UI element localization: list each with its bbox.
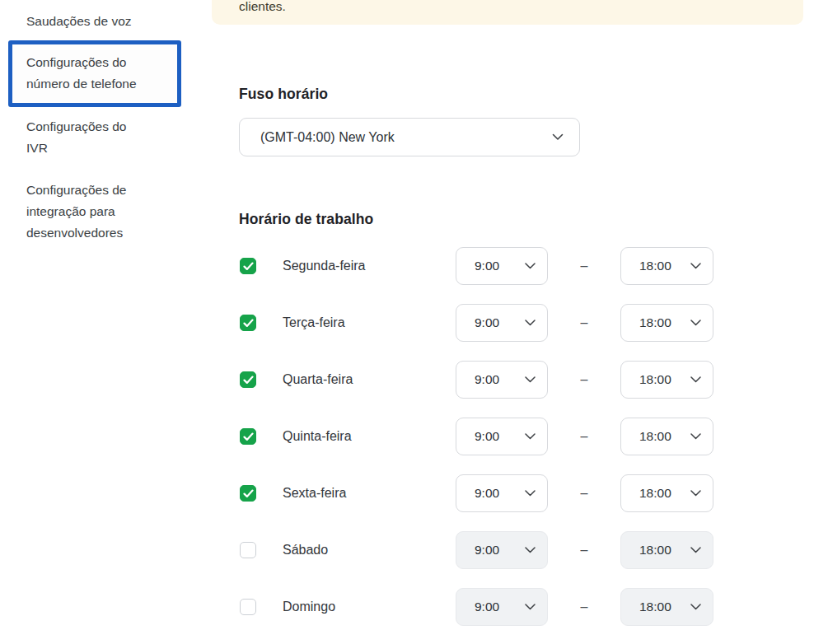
working-hours-row-friday: Sexta-feira 9:00 – 18:00 (240, 474, 734, 512)
wednesday-start-time-select[interactable]: 9:00 (456, 361, 548, 399)
time-range-separator: – (569, 304, 599, 342)
chevron-down-icon (690, 547, 701, 553)
start-time-value: 9:00 (475, 315, 499, 330)
sidebar-item-phone-number-settings-selected[interactable]: Configurações do número de telefone (8, 40, 181, 107)
working-hours-heading: Horário de trabalho (239, 211, 373, 228)
timezone-select[interactable]: (GMT-04:00) New York (239, 118, 580, 156)
end-time-value: 18:00 (639, 372, 671, 387)
chevron-down-icon (525, 490, 536, 497)
day-label: Sábado (283, 531, 328, 569)
tuesday-checkbox[interactable] (240, 315, 256, 331)
day-label: Quarta-feira (283, 361, 353, 399)
friday-end-time-select[interactable]: 18:00 (620, 474, 713, 512)
wednesday-end-time-select[interactable]: 18:00 (620, 361, 713, 399)
start-time-value: 9:00 (475, 372, 499, 387)
day-label: Segunda-feira (283, 247, 366, 285)
working-hours-row-thursday: Quinta-feira 9:00 – 18:00 (240, 418, 734, 455)
sunday-checkbox[interactable] (240, 599, 256, 615)
thursday-start-time-select[interactable]: 9:00 (456, 418, 548, 455)
working-hours-row-monday: Segunda-feira 9:00 – 18:00 (240, 247, 734, 285)
chevron-down-icon (525, 263, 536, 269)
day-label: Terça-feira (283, 304, 345, 342)
info-banner: clientes. (212, 0, 803, 25)
saturday-end-time-select[interactable]: 18:00 (620, 531, 713, 569)
saturday-checkbox[interactable] (240, 542, 256, 558)
working-hours-row-tuesday: Terça-feira 9:00 – 18:00 (240, 304, 734, 342)
sidebar-item-developer-integration-settings[interactable]: Configurações de integração para desenvo… (26, 180, 160, 244)
saturday-start-time-select[interactable]: 9:00 (456, 531, 548, 569)
working-hours-row-sunday: Domingo 9:00 – 18:00 (240, 588, 734, 626)
chevron-down-icon (690, 433, 701, 440)
time-range-separator: – (569, 588, 599, 626)
checkmark-icon (243, 489, 254, 498)
start-time-value: 9:00 (475, 486, 499, 501)
tuesday-start-time-select[interactable]: 9:00 (456, 304, 548, 342)
time-range-separator: – (569, 418, 599, 455)
time-range-separator: – (569, 474, 599, 512)
chevron-down-icon (525, 320, 536, 326)
monday-end-time-select[interactable]: 18:00 (620, 247, 713, 285)
settings-sidebar: Saudações de voz Configurações do número… (0, 0, 198, 644)
thursday-end-time-select[interactable]: 18:00 (620, 418, 713, 455)
end-time-value: 18:00 (639, 429, 671, 444)
checkmark-icon (243, 376, 254, 385)
chevron-down-icon (690, 604, 701, 610)
timezone-selected-value: (GMT-04:00) New York (260, 130, 395, 145)
checkmark-icon (243, 262, 254, 271)
thursday-checkbox[interactable] (240, 428, 256, 445)
day-label: Quinta-feira (283, 418, 352, 455)
start-time-value: 9:00 (475, 429, 499, 444)
start-time-value: 9:00 (475, 259, 499, 273)
time-range-separator: – (569, 531, 599, 569)
day-label: Domingo (283, 588, 335, 626)
sunday-start-time-select[interactable]: 9:00 (456, 588, 548, 626)
working-hours-row-saturday: Sábado 9:00 – 18:00 (240, 531, 734, 569)
monday-start-time-select[interactable]: 9:00 (456, 247, 548, 285)
end-time-value: 18:00 (639, 259, 671, 273)
time-range-separator: – (569, 247, 599, 285)
sidebar-item-ivr-settings[interactable]: Configurações do IVR (26, 116, 150, 159)
start-time-value: 9:00 (475, 600, 499, 614)
sidebar-item-label: Configurações do número de telefone (26, 52, 166, 95)
sunday-end-time-select[interactable]: 18:00 (620, 588, 713, 626)
timezone-heading: Fuso horário (239, 86, 328, 103)
monday-checkbox[interactable] (240, 258, 256, 274)
start-time-value: 9:00 (475, 543, 499, 558)
working-hours-row-wednesday: Quarta-feira 9:00 – 18:00 (240, 361, 734, 399)
end-time-value: 18:00 (639, 600, 671, 614)
checkmark-icon (243, 319, 254, 328)
end-time-value: 18:00 (639, 486, 671, 501)
tuesday-end-time-select[interactable]: 18:00 (620, 304, 713, 342)
friday-start-time-select[interactable]: 9:00 (456, 474, 548, 512)
end-time-value: 18:00 (639, 315, 671, 330)
chevron-down-icon (690, 376, 701, 383)
chevron-down-icon (525, 604, 536, 610)
chevron-down-icon (552, 133, 564, 141)
sidebar-item-voice-greetings[interactable]: Saudações de voz (26, 11, 175, 32)
end-time-value: 18:00 (639, 543, 671, 558)
chevron-down-icon (525, 376, 536, 383)
chevron-down-icon (525, 433, 536, 440)
friday-checkbox[interactable] (240, 485, 256, 502)
checkmark-icon (243, 432, 254, 441)
chevron-down-icon (690, 490, 701, 497)
info-banner-text: clientes. (239, 0, 286, 14)
wednesday-checkbox[interactable] (240, 371, 256, 388)
settings-content: clientes. Fuso horário (GMT-04:00) New Y… (198, 0, 828, 644)
time-range-separator: – (569, 361, 599, 399)
chevron-down-icon (690, 263, 701, 269)
chevron-down-icon (690, 320, 701, 326)
day-label: Sexta-feira (283, 474, 346, 512)
chevron-down-icon (525, 547, 536, 553)
